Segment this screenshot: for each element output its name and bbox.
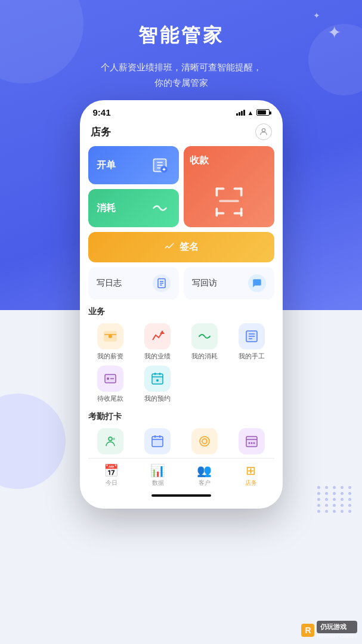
nav-data-icon: 📊 (150, 463, 165, 478)
biz-item-consume[interactable]: 我的消耗 (182, 323, 227, 361)
svg-point-48 (251, 442, 253, 444)
svg-rect-13 (215, 208, 218, 216)
phone-topbar: 店务 (88, 121, 274, 146)
attend-icon-3 (191, 428, 218, 454)
topbar-title: 店务 (91, 125, 111, 139)
battery-icon (256, 109, 270, 116)
biz-label-performance: 我的业绩 (144, 352, 171, 361)
write-followup-label: 写回访 (192, 278, 217, 289)
biz-icon-manual (239, 323, 265, 349)
svg-point-0 (262, 129, 265, 132)
attendance-section-title: 考勤打卡 (88, 411, 274, 422)
signal-icon (236, 110, 245, 116)
nav-store-icon: ⊞ (246, 463, 256, 478)
svg-rect-45 (246, 436, 257, 447)
write-diary-card[interactable]: 写日志 (88, 267, 179, 299)
nav-today[interactable]: 📅 今日 (88, 463, 135, 487)
nav-today-icon: 📅 (104, 463, 119, 478)
home-indicator (151, 494, 211, 497)
open-order-icon (149, 154, 171, 176)
consume-card[interactable]: 消耗 (88, 189, 179, 227)
biz-item-performance[interactable]: 我的业绩 (135, 323, 180, 361)
svg-rect-43 (200, 436, 209, 446)
attend-icon-4 (239, 428, 265, 454)
phone-frame: 9:41 ▲ 店务 (80, 100, 283, 509)
attend-grid (88, 428, 274, 454)
header-section: 智能管家 个人薪资业绩排班，清晰可查智能提醒，你的专属管家 (0, 23, 362, 90)
nav-customer-icon: 👥 (197, 463, 212, 478)
nav-data[interactable]: 📊 数据 (135, 463, 181, 487)
watermark: R 仍玩游戏 Renower Games (301, 621, 357, 639)
write-diary-label: 写日志 (97, 278, 122, 289)
biz-item-manual[interactable]: 我的手工 (230, 323, 274, 361)
collect-icon (211, 183, 247, 219)
svg-point-37 (109, 437, 112, 441)
attend-item-2[interactable] (135, 428, 180, 454)
sign-card[interactable]: 签名 (88, 232, 274, 262)
attend-item-3[interactable] (182, 428, 227, 454)
consume-label: 消耗 (97, 202, 116, 215)
svg-rect-11 (240, 188, 242, 197)
biz-item-appointment[interactable]: 我的预约 (135, 366, 180, 403)
status-icons: ▲ (236, 109, 270, 116)
svg-rect-9 (215, 188, 218, 197)
nav-store[interactable]: ⊞ 店务 (228, 463, 274, 487)
write-diary-icon (153, 274, 171, 292)
phone-content: 店务 开单 (80, 121, 283, 497)
watermark-r: R (301, 624, 314, 637)
app-title: 智能管家 (0, 23, 362, 49)
app-subtitle: 个人薪资业绩排班，清晰可查智能提醒，你的专属管家 (0, 60, 362, 90)
collect-label: 收款 (190, 154, 209, 167)
consume-icon (149, 197, 171, 219)
write-followup-card[interactable]: 写回访 (184, 267, 274, 299)
phone-mockup: 9:41 ▲ 店务 (80, 100, 283, 509)
biz-icon-pending (97, 366, 123, 392)
watermark-sub: Renower Games (317, 633, 357, 639)
sign-label: 签名 (180, 241, 199, 253)
nav-today-label: 今日 (106, 479, 117, 487)
sign-icon (164, 240, 175, 254)
bottom-nav: 📅 今日 📊 数据 👥 客户 ⊞ 店务 (88, 458, 274, 490)
watermark-text: 仍玩游戏 (317, 621, 357, 633)
biz-label-appointment: 我的预约 (144, 394, 171, 403)
svg-rect-39 (152, 436, 163, 447)
action-grid: 开单 收款 (88, 146, 274, 227)
nav-customer[interactable]: 👥 客户 (181, 463, 228, 487)
nav-store-label: 店务 (245, 479, 257, 487)
svg-point-49 (253, 442, 255, 444)
sparkle-icon-tr2: ✦ (313, 11, 320, 20)
svg-rect-15 (240, 208, 242, 216)
write-grid: 写日志 写回访 (88, 267, 274, 299)
biz-icon-salary (97, 323, 123, 349)
attend-icon-2 (144, 428, 171, 454)
biz-label-consume: 我的消耗 (191, 352, 218, 361)
svg-marker-24 (160, 330, 165, 334)
biz-item-salary[interactable]: 我的薪资 (88, 323, 133, 361)
attend-item-4[interactable] (230, 428, 274, 454)
biz-label-salary: 我的薪资 (97, 352, 123, 361)
avatar-icon[interactable] (255, 123, 272, 140)
biz-icon-appointment (144, 366, 171, 392)
write-followup-icon (248, 274, 266, 292)
biz-label-pending: 待收尾款 (97, 394, 123, 403)
wifi-icon: ▲ (247, 109, 254, 116)
svg-rect-16 (219, 200, 239, 202)
svg-point-22 (109, 335, 112, 338)
biz-icon-performance (144, 323, 171, 349)
business-icon-grid: 我的薪资 我的业绩 (88, 323, 274, 403)
status-bar: 9:41 ▲ (80, 100, 283, 121)
biz-icon-consume (191, 323, 218, 349)
open-order-label: 开单 (97, 159, 116, 172)
svg-point-36 (156, 379, 159, 382)
business-section-title: 业务 (88, 306, 274, 317)
biz-item-pending[interactable]: 待收尾款 (88, 366, 133, 403)
collect-card[interactable]: 收款 (184, 146, 274, 227)
nav-data-label: 数据 (152, 479, 164, 487)
attend-icon-1 (97, 428, 123, 454)
biz-label-manual: 我的手工 (239, 352, 265, 361)
deco-dots (317, 486, 353, 513)
open-order-card[interactable]: 开单 (88, 146, 179, 184)
svg-point-30 (107, 377, 109, 380)
attend-item-1[interactable] (88, 428, 133, 454)
nav-customer-label: 客户 (199, 479, 211, 487)
